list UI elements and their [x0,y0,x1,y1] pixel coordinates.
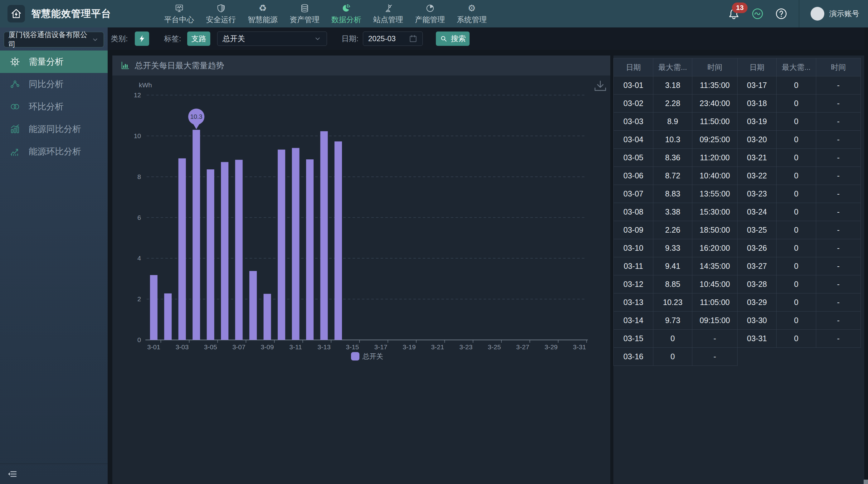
scrollbar-corner [864,480,868,484]
bar-03-07 [235,160,243,340]
sidebar-item-label: 同比分析 [29,78,64,90]
table-cell: - [816,167,861,185]
table-cell: 03-25 [738,221,777,239]
topbar-right: 13 演示账号 [727,0,868,27]
table-cell: - [692,330,738,348]
y-tick-label: 4 [137,255,141,262]
table-cell: 03-17 [738,76,777,95]
sidebar-item-4[interactable]: 能源同比分析 [0,118,107,140]
topbar-divider [799,0,799,27]
user-menu[interactable]: 演示账号 [811,7,859,21]
table-cell: - [816,112,861,131]
device-select[interactable]: 总开关 [217,32,327,46]
table-cell: 11:35:00 [692,76,738,95]
nav-item-label: 平台中心 [164,15,194,25]
chevron-down-icon [314,35,322,43]
sidebar-item-label: 能源环比分析 [29,146,81,158]
bar-03-05 [207,169,214,340]
table-cell: - [692,348,738,366]
chart-panel-header: 总开关每日最大需量趋势 [112,56,610,75]
download-chart-icon[interactable] [595,81,606,91]
table-cell: - [816,149,861,167]
table-cell: 09:15:00 [692,312,738,330]
table-cell [816,348,861,366]
table-cell: 2.28 [653,95,692,112]
sidebar-item-label: 需量分析 [29,56,64,68]
table-cell: 03-07 [614,185,653,203]
table-row: 03-022.2823:40:0003-180- [614,95,861,112]
table-cell: 18:50:00 [692,221,738,239]
legend-label[interactable]: 总开关 [362,352,383,360]
category-electric-button[interactable] [135,32,149,46]
nav-item-label: 产能管理 [415,15,445,25]
legend-swatch[interactable] [351,352,360,360]
nav-item-8[interactable]: ⚙系统管理 [457,3,487,25]
table-cell: 14:35:00 [692,257,738,276]
y-tick-label: 0 [137,336,141,343]
sidebar-item-1[interactable]: 需量分析 [0,51,107,73]
sidebar-item-label: 环比分析 [29,101,64,112]
company-select[interactable]: 厦门锐谷通信设备有限公司 [4,32,104,47]
sidebar-item-3[interactable]: 环比分析 [0,95,107,118]
bar-trend-icon [9,124,21,135]
collapse-sidebar-button[interactable] [0,463,107,484]
table-cell: 10.3 [653,131,692,149]
demand-table: 日期最大需...时间日期最大需...时间03-013.1811:35:0003-… [613,58,861,366]
overlap-circles-icon [9,101,21,112]
table-row: 03-149.7309:15:0003-300- [614,312,861,330]
table-cell: - [816,95,861,112]
notifications-button[interactable]: 13 [727,7,740,20]
table-row: 03-058.3611:20:0003-210- [614,149,861,167]
date-picker-value: 2025-03 [368,34,396,43]
y-tick-label: 12 [134,91,141,99]
table-cell: 03-21 [738,149,777,167]
help-button[interactable] [775,7,787,20]
table-cell: 03-20 [738,131,777,149]
table-cell: - [816,257,861,276]
x-tick-label: 3-01 [147,343,160,351]
nav-item-6[interactable]: 站点管理 [373,3,403,25]
table-header-cell: 时间 [692,58,738,76]
bar-03-12 [306,159,314,340]
x-tick-label: 3-03 [176,343,189,351]
table-cell: 03-30 [738,312,777,330]
pie-chart-icon [342,3,351,13]
table-cell: - [816,131,861,149]
avatar[interactable] [811,7,824,21]
search-button[interactable]: 搜索 [436,32,470,46]
nav-item-2[interactable]: 安全运行 [206,3,236,25]
x-tick-label: 3-17 [374,343,387,351]
nav-item-7[interactable]: 产能管理 [415,3,445,25]
table-cell: 8.83 [653,185,692,203]
gear-icon: ⚙ [468,3,476,13]
table-cell: 03-16 [614,348,653,366]
table-cell: 10.23 [653,293,692,312]
nav-item-3[interactable]: ♻智慧能源 [248,3,278,25]
y-tick-label: 2 [137,295,141,302]
bar-03-08 [249,271,257,340]
table-row: 03-1310.2311:05:0003-290- [614,293,861,312]
table-header-cell: 时间 [816,58,861,76]
sidebar-item-5[interactable]: 能源环比分析 [0,140,107,163]
date-picker[interactable]: 2025-03 [363,32,423,46]
nav-item-1[interactable]: 平台中心 [164,3,194,25]
table-cell: 03-22 [738,167,777,185]
tag-branch-button[interactable]: 支路 [187,32,210,46]
scrollbar-track[interactable] [864,27,868,484]
table-row: 03-092.2618:50:0003-250- [614,221,861,239]
table-cell: 0 [777,293,816,312]
nav-item-5[interactable]: 数据分析 [331,3,361,25]
table-cell: 8.72 [653,167,692,185]
table-cell: 9.73 [653,312,692,330]
link-button[interactable] [751,7,764,20]
table-row: 03-0410.309:25:0003-200- [614,131,861,149]
table-cell [777,348,816,366]
nav-item-4[interactable]: 资产管理 [289,3,319,25]
recycle-icon: ♻ [259,3,267,13]
app-title: 智慧能效管理平台 [31,7,111,20]
sidebar-item-2[interactable]: 同比分析 [0,73,107,95]
x-tick-label: 3-07 [232,343,246,351]
table-cell: 0 [777,203,816,221]
chart-panel: 总开关每日最大需量趋势 kWh0246810123-013-033-053-07… [112,56,610,484]
x-tick-label: 3-11 [289,343,302,351]
